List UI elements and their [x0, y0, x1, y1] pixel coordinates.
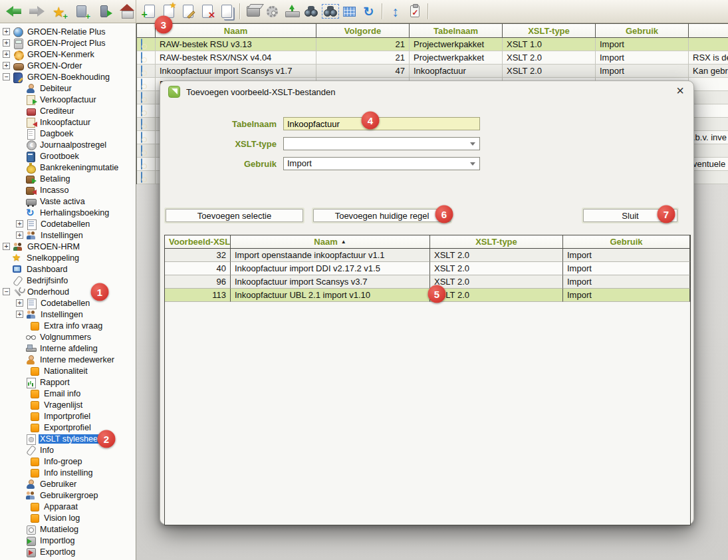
- expand-toggle[interactable]: +: [16, 299, 23, 307]
- sidebar-item-gebruiker[interactable]: Gebruiker: [0, 478, 136, 490]
- doc-edit-icon[interactable]: [179, 2, 197, 21]
- dialog-table-row[interactable]: 96Inkoopfactuur import Scansys v3.7XSLT …: [165, 275, 690, 289]
- sidebar-item-exportprofiel[interactable]: Exportprofiel: [0, 422, 136, 433]
- sidebar-item-email-info[interactable]: Email info: [0, 388, 136, 399]
- sidebar-item-interne-afdeling[interactable]: Interne afdeling: [0, 343, 136, 354]
- sidebar-item-groen-order[interactable]: +GROEN-Order: [0, 60, 136, 71]
- expand-toggle[interactable]: +: [16, 231, 23, 239]
- column-header-naam[interactable]: Naam▲: [231, 235, 430, 249]
- sidebar-item-grootboek[interactable]: Grootboek: [0, 150, 136, 162]
- binoculars-select-icon[interactable]: [321, 2, 339, 21]
- sidebar-item-incasso[interactable]: Incasso: [0, 184, 136, 196]
- doc-add-icon[interactable]: +: [140, 2, 158, 21]
- dashboard-icon: [12, 264, 23, 275]
- sidebar-item-interne-medewerker[interactable]: Interne medewerker: [0, 354, 136, 365]
- table-row[interactable]: Inkoopfactuur import Scansys v1.747Inkoo…: [137, 65, 728, 78]
- column-header-tabelnaam[interactable]: Tabelnaam: [410, 24, 503, 38]
- field-select-gebruik[interactable]: Import: [283, 157, 480, 170]
- sidebar-item-groen-hrm[interactable]: +GROEN-HRM: [0, 241, 136, 252]
- sidebar-item-rapport[interactable]: Rapport: [0, 376, 136, 388]
- sidebar-item-importprofiel[interactable]: Importprofiel: [0, 410, 136, 422]
- add-current-row-button[interactable]: Toevoegen huidige regel: [313, 209, 451, 222]
- cube-icon[interactable]: [244, 2, 262, 21]
- favorite-add-icon[interactable]: ★+: [50, 2, 68, 21]
- sidebar-item-onderhoud[interactable]: −Onderhoud: [0, 286, 136, 297]
- export-tray-icon[interactable]: [283, 2, 301, 21]
- sidebar-item-extra-info-vraag[interactable]: Extra info vraag: [0, 320, 136, 331]
- sync-icon[interactable]: ↻: [360, 2, 378, 21]
- sidebar-item-groen-kenmerk[interactable]: +GROEN-Kenmerk: [0, 49, 136, 60]
- sidebar-item-vragenlijst[interactable]: Vragenlijst: [0, 399, 136, 410]
- dialog-table-row[interactable]: 32Import openstaande inkoopfactuur v1.1X…: [165, 249, 690, 262]
- sidebar-item-info[interactable]: Info: [0, 444, 136, 456]
- sidebar-item-inkoopfactuur[interactable]: Inkoopfactuur: [0, 116, 136, 128]
- table-row[interactable]: RAW-bestek RSX/NSX v4.0421Projectwerkpak…: [137, 51, 728, 65]
- column-header-xslt-type[interactable]: XSLT-type: [430, 235, 563, 249]
- field-input-tabelnaam[interactable]: [283, 117, 480, 130]
- expand-toggle[interactable]: +: [3, 39, 10, 47]
- sidebar-item-vision-log[interactable]: Vision log: [0, 512, 136, 523]
- sidebar-item-bankrekeningmutatie[interactable]: Bankrekeningmutatie: [0, 162, 136, 173]
- sidebar-item-groen-relatie-plus[interactable]: +GROEN-Relatie Plus: [0, 26, 136, 37]
- home-icon[interactable]: [118, 2, 136, 21]
- window-add-icon[interactable]: +: [72, 2, 90, 21]
- sidebar-item-info-instelling[interactable]: Info instelling: [0, 467, 136, 478]
- sidebar-item-instellingen[interactable]: +Instellingen: [0, 229, 136, 241]
- close-icon[interactable]: ×: [676, 84, 684, 97]
- expand-toggle[interactable]: +: [16, 311, 23, 318]
- sidebar-item-dashboard[interactable]: Dashboard: [0, 263, 136, 275]
- expand-toggle[interactable]: +: [3, 51, 10, 58]
- doc-copy-icon[interactable]: [217, 2, 235, 21]
- expand-toggle[interactable]: +: [3, 243, 10, 250]
- sidebar-item-bedrijfsinfo[interactable]: Bedrijfsinfo: [0, 275, 136, 286]
- sidebar-item-herhalingsboeking[interactable]: Herhalingsboeking: [0, 207, 136, 218]
- field-select-xslt-type[interactable]: [283, 137, 480, 150]
- sidebar-item-gebruikergroep[interactable]: Gebruikergroep: [0, 490, 136, 501]
- expand-toggle[interactable]: +: [3, 62, 10, 69]
- sidebar-item-apparaat[interactable]: Apparaat: [0, 501, 136, 512]
- sidebar-item-volgnummers[interactable]: Volgnummers: [0, 331, 136, 343]
- doc-delete-icon[interactable]: ×: [198, 2, 216, 21]
- sidebar-item-mutatielog[interactable]: Mutatielog: [0, 523, 136, 535]
- column-header-naam[interactable]: Naam: [156, 24, 316, 38]
- daybook-icon: [25, 128, 36, 139]
- column-header-gebruik[interactable]: Gebruik: [596, 24, 689, 38]
- sort-updown-icon[interactable]: ↕: [386, 2, 404, 21]
- column-header-gebruik[interactable]: Gebruik: [563, 235, 690, 249]
- sidebar-item-crediteur[interactable]: Crediteur: [0, 105, 136, 116]
- binoculars-icon[interactable]: [302, 2, 320, 21]
- dialog-table-row[interactable]: 40Inkoopfactuur import DDI v2.17.2 v1.5X…: [165, 262, 690, 275]
- grid-table-icon[interactable]: [340, 2, 358, 21]
- sidebar-item-info-groep[interactable]: Info-groep: [0, 456, 136, 467]
- table-row[interactable]: RAW-bestek RSU v3.1321ProjectwerkpakketX…: [137, 38, 728, 51]
- add-selection-button[interactable]: Toevoegen selectie: [166, 209, 303, 222]
- sidebar-item-verkoopfactuur[interactable]: Verkoopfactuur: [0, 94, 136, 105]
- exit-door-icon[interactable]: [95, 2, 113, 21]
- sidebar-item-codetabellen[interactable]: +Codetabellen: [0, 218, 136, 229]
- back-icon[interactable]: [5, 2, 23, 21]
- sidebar-item-importlog[interactable]: Importlog: [0, 535, 136, 546]
- sidebar-item-vaste-activa[interactable]: Vaste activa: [0, 196, 136, 207]
- row-icon-cell: [137, 38, 156, 51]
- column-header-xslt-type[interactable]: XSLT-type: [503, 24, 596, 38]
- sidebar-item-journaalpostregel[interactable]: Journaalpostregel: [0, 139, 136, 150]
- sidebar-item-groen-project-plus[interactable]: +GROEN-Project Plus: [0, 37, 136, 49]
- sidebar-item-instellingen[interactable]: +Instellingen: [0, 309, 136, 320]
- sidebar-item-betaling[interactable]: Betaling: [0, 173, 136, 184]
- sidebar-item-groen-boekhouding[interactable]: −GROEN-Boekhouding: [0, 71, 136, 82]
- sidebar-item-snelkoppeling[interactable]: Snelkoppeling: [0, 252, 136, 263]
- clipboard-check-icon[interactable]: [406, 2, 424, 21]
- column-header-voorbeeld-xsl-[interactable]: Voorbeeld-XSL...: [165, 235, 231, 249]
- forward-icon[interactable]: [27, 2, 45, 21]
- column-header-volgorde[interactable]: Volgorde: [316, 24, 410, 38]
- expand-toggle[interactable]: +: [16, 220, 23, 227]
- expand-toggle[interactable]: +: [3, 28, 10, 35]
- gear-icon[interactable]: [263, 2, 281, 21]
- sidebar-item-debiteur[interactable]: Debiteur: [0, 82, 136, 94]
- expand-toggle[interactable]: −: [3, 73, 10, 80]
- sidebar-item-exportlog[interactable]: Exportlog: [0, 546, 136, 557]
- expand-toggle[interactable]: −: [3, 288, 10, 295]
- sidebar-item-dagboek[interactable]: Dagboek: [0, 128, 136, 139]
- sidebar-item-codetabellen[interactable]: +Codetabellen: [0, 297, 136, 309]
- sidebar-item-nationaliteit[interactable]: Nationaliteit: [0, 365, 136, 376]
